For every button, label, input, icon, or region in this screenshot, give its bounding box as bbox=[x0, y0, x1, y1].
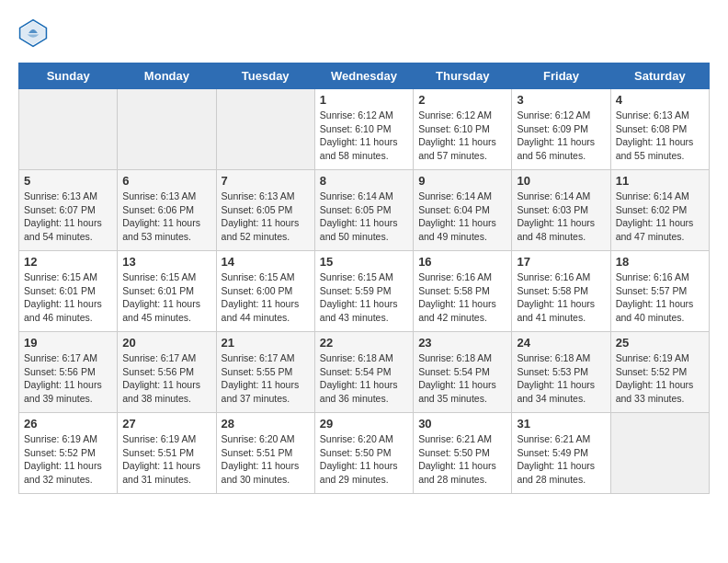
calendar-cell: 23Sunrise: 6:18 AM Sunset: 5:54 PM Dayli… bbox=[414, 332, 512, 413]
calendar-week-row: 26Sunrise: 6:19 AM Sunset: 5:52 PM Dayli… bbox=[19, 413, 710, 494]
day-info: Sunrise: 6:14 AM Sunset: 6:04 PM Dayligh… bbox=[418, 190, 506, 244]
weekday-header-saturday: Saturday bbox=[610, 63, 709, 89]
day-info: Sunrise: 6:18 AM Sunset: 5:54 PM Dayligh… bbox=[418, 351, 506, 406]
calendar-cell: 28Sunrise: 6:20 AM Sunset: 5:51 PM Dayli… bbox=[216, 413, 314, 494]
day-number: 9 bbox=[418, 174, 506, 188]
page-header bbox=[18, 18, 710, 48]
day-info: Sunrise: 6:17 AM Sunset: 5:56 PM Dayligh… bbox=[122, 351, 210, 406]
day-number: 7 bbox=[222, 174, 310, 188]
calendar-cell: 17Sunrise: 6:16 AM Sunset: 5:58 PM Dayli… bbox=[512, 251, 610, 332]
calendar-cell: 29Sunrise: 6:20 AM Sunset: 5:50 PM Dayli… bbox=[314, 413, 413, 494]
day-number: 15 bbox=[320, 255, 408, 269]
calendar-week-row: 12Sunrise: 6:15 AM Sunset: 6:01 PM Dayli… bbox=[19, 251, 710, 332]
calendar-cell: 24Sunrise: 6:18 AM Sunset: 5:53 PM Dayli… bbox=[512, 332, 610, 413]
day-number: 11 bbox=[616, 174, 704, 188]
day-number: 29 bbox=[320, 417, 408, 431]
day-info: Sunrise: 6:12 AM Sunset: 6:10 PM Dayligh… bbox=[418, 109, 506, 163]
day-number: 24 bbox=[517, 336, 605, 350]
calendar-cell: 4Sunrise: 6:13 AM Sunset: 6:08 PM Daylig… bbox=[610, 89, 709, 170]
day-number: 25 bbox=[616, 336, 704, 350]
day-info: Sunrise: 6:15 AM Sunset: 6:00 PM Dayligh… bbox=[222, 270, 310, 325]
calendar-cell: 5Sunrise: 6:13 AM Sunset: 6:07 PM Daylig… bbox=[19, 170, 118, 251]
day-info: Sunrise: 6:19 AM Sunset: 5:51 PM Dayligh… bbox=[122, 432, 210, 487]
calendar-cell: 9Sunrise: 6:14 AM Sunset: 6:04 PM Daylig… bbox=[414, 170, 512, 251]
logo bbox=[18, 18, 51, 48]
day-number: 13 bbox=[122, 255, 210, 269]
day-number: 26 bbox=[24, 417, 112, 431]
calendar-cell bbox=[216, 89, 314, 170]
weekday-header-monday: Monday bbox=[118, 63, 216, 89]
calendar-cell: 6Sunrise: 6:13 AM Sunset: 6:06 PM Daylig… bbox=[118, 170, 216, 251]
day-info: Sunrise: 6:18 AM Sunset: 5:53 PM Dayligh… bbox=[517, 351, 605, 406]
calendar-cell: 25Sunrise: 6:19 AM Sunset: 5:52 PM Dayli… bbox=[610, 332, 709, 413]
calendar-cell: 1Sunrise: 6:12 AM Sunset: 6:10 PM Daylig… bbox=[314, 89, 413, 170]
day-number: 23 bbox=[418, 336, 506, 350]
day-info: Sunrise: 6:17 AM Sunset: 5:56 PM Dayligh… bbox=[24, 351, 112, 406]
day-info: Sunrise: 6:20 AM Sunset: 5:50 PM Dayligh… bbox=[320, 432, 408, 487]
day-info: Sunrise: 6:16 AM Sunset: 5:58 PM Dayligh… bbox=[418, 270, 506, 325]
calendar-cell: 11Sunrise: 6:14 AM Sunset: 6:02 PM Dayli… bbox=[610, 170, 709, 251]
day-number: 6 bbox=[122, 174, 210, 188]
calendar-cell: 20Sunrise: 6:17 AM Sunset: 5:56 PM Dayli… bbox=[118, 332, 216, 413]
calendar-cell: 15Sunrise: 6:15 AM Sunset: 5:59 PM Dayli… bbox=[314, 251, 413, 332]
weekday-header-row: SundayMondayTuesdayWednesdayThursdayFrid… bbox=[19, 63, 710, 89]
day-number: 10 bbox=[517, 174, 605, 188]
weekday-header-tuesday: Tuesday bbox=[216, 63, 314, 89]
calendar-cell bbox=[118, 89, 216, 170]
calendar-table: SundayMondayTuesdayWednesdayThursdayFrid… bbox=[18, 63, 710, 494]
day-info: Sunrise: 6:13 AM Sunset: 6:08 PM Dayligh… bbox=[616, 109, 704, 163]
day-number: 5 bbox=[24, 174, 112, 188]
weekday-header-wednesday: Wednesday bbox=[314, 63, 413, 89]
day-number: 16 bbox=[418, 255, 506, 269]
day-number: 14 bbox=[222, 255, 310, 269]
day-info: Sunrise: 6:20 AM Sunset: 5:51 PM Dayligh… bbox=[222, 432, 310, 487]
day-number: 17 bbox=[517, 255, 605, 269]
day-info: Sunrise: 6:14 AM Sunset: 6:05 PM Dayligh… bbox=[320, 190, 408, 244]
day-info: Sunrise: 6:12 AM Sunset: 6:10 PM Dayligh… bbox=[320, 109, 408, 163]
day-number: 31 bbox=[517, 417, 605, 431]
day-info: Sunrise: 6:18 AM Sunset: 5:54 PM Dayligh… bbox=[320, 351, 408, 406]
calendar-cell: 16Sunrise: 6:16 AM Sunset: 5:58 PM Dayli… bbox=[414, 251, 512, 332]
day-number: 21 bbox=[222, 336, 310, 350]
calendar-week-row: 5Sunrise: 6:13 AM Sunset: 6:07 PM Daylig… bbox=[19, 170, 710, 251]
calendar-cell: 18Sunrise: 6:16 AM Sunset: 5:57 PM Dayli… bbox=[610, 251, 709, 332]
day-number: 8 bbox=[320, 174, 408, 188]
calendar-cell: 8Sunrise: 6:14 AM Sunset: 6:05 PM Daylig… bbox=[314, 170, 413, 251]
calendar-cell: 3Sunrise: 6:12 AM Sunset: 6:09 PM Daylig… bbox=[512, 89, 610, 170]
day-info: Sunrise: 6:16 AM Sunset: 5:58 PM Dayligh… bbox=[517, 270, 605, 325]
calendar-cell: 22Sunrise: 6:18 AM Sunset: 5:54 PM Dayli… bbox=[314, 332, 413, 413]
day-info: Sunrise: 6:13 AM Sunset: 6:07 PM Dayligh… bbox=[24, 190, 112, 244]
day-info: Sunrise: 6:15 AM Sunset: 5:59 PM Dayligh… bbox=[320, 270, 408, 325]
calendar-cell: 31Sunrise: 6:21 AM Sunset: 5:49 PM Dayli… bbox=[512, 413, 610, 494]
weekday-header-sunday: Sunday bbox=[19, 63, 118, 89]
day-info: Sunrise: 6:13 AM Sunset: 6:05 PM Dayligh… bbox=[222, 190, 310, 244]
day-number: 19 bbox=[24, 336, 112, 350]
day-info: Sunrise: 6:16 AM Sunset: 5:57 PM Dayligh… bbox=[616, 270, 704, 325]
day-number: 22 bbox=[320, 336, 408, 350]
calendar-cell: 7Sunrise: 6:13 AM Sunset: 6:05 PM Daylig… bbox=[216, 170, 314, 251]
day-info: Sunrise: 6:12 AM Sunset: 6:09 PM Dayligh… bbox=[517, 109, 605, 163]
day-info: Sunrise: 6:14 AM Sunset: 6:03 PM Dayligh… bbox=[517, 190, 605, 244]
calendar-week-row: 1Sunrise: 6:12 AM Sunset: 6:10 PM Daylig… bbox=[19, 89, 710, 170]
calendar-cell: 12Sunrise: 6:15 AM Sunset: 6:01 PM Dayli… bbox=[19, 251, 118, 332]
calendar-cell: 27Sunrise: 6:19 AM Sunset: 5:51 PM Dayli… bbox=[118, 413, 216, 494]
calendar-cell: 14Sunrise: 6:15 AM Sunset: 6:00 PM Dayli… bbox=[216, 251, 314, 332]
calendar-cell: 26Sunrise: 6:19 AM Sunset: 5:52 PM Dayli… bbox=[19, 413, 118, 494]
day-info: Sunrise: 6:21 AM Sunset: 5:50 PM Dayligh… bbox=[418, 432, 506, 487]
calendar-cell bbox=[19, 89, 118, 170]
day-info: Sunrise: 6:13 AM Sunset: 6:06 PM Dayligh… bbox=[122, 190, 210, 244]
day-number: 28 bbox=[222, 417, 310, 431]
calendar-cell bbox=[610, 413, 709, 494]
calendar-cell: 10Sunrise: 6:14 AM Sunset: 6:03 PM Dayli… bbox=[512, 170, 610, 251]
calendar-cell: 2Sunrise: 6:12 AM Sunset: 6:10 PM Daylig… bbox=[414, 89, 512, 170]
weekday-header-thursday: Thursday bbox=[414, 63, 512, 89]
day-number: 4 bbox=[616, 93, 704, 107]
calendar-cell: 19Sunrise: 6:17 AM Sunset: 5:56 PM Dayli… bbox=[19, 332, 118, 413]
day-number: 18 bbox=[616, 255, 704, 269]
day-number: 12 bbox=[24, 255, 112, 269]
day-info: Sunrise: 6:17 AM Sunset: 5:55 PM Dayligh… bbox=[222, 351, 310, 406]
day-info: Sunrise: 6:14 AM Sunset: 6:02 PM Dayligh… bbox=[616, 190, 704, 244]
day-info: Sunrise: 6:15 AM Sunset: 6:01 PM Dayligh… bbox=[122, 270, 210, 325]
logo-icon bbox=[18, 18, 48, 48]
day-info: Sunrise: 6:15 AM Sunset: 6:01 PM Dayligh… bbox=[24, 270, 112, 325]
